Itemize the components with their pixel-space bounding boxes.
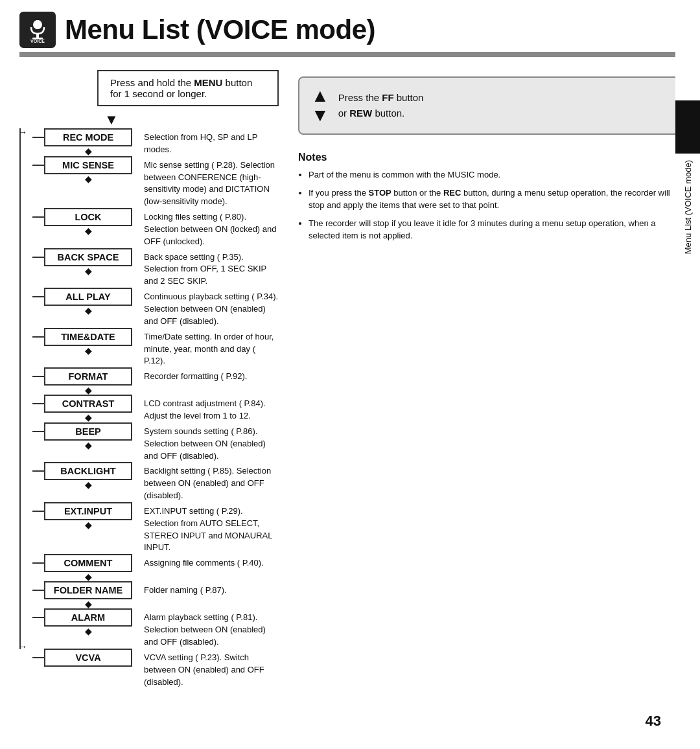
right-sidebar: Menu List (VOICE mode)	[675, 0, 700, 749]
menu-item-row: TIME&DATE◆Time/Date setting. In order of…	[32, 328, 279, 368]
menu-item-desc: Folder naming ( P.87).	[136, 581, 279, 597]
menu-item-row: COMMENT◆Assigning file comments ( P.40).	[32, 554, 279, 581]
menu-item-row: BACKLIGHT◆Backlight setting ( P.85). Sel…	[32, 462, 279, 502]
menu-item-row: FOLDER NAME◆Folder naming ( P.87).	[32, 581, 279, 608]
note-item: If you press the STOP button or the REC …	[309, 187, 681, 212]
menu-item-desc: VCVA setting ( P.23). Switch between ON …	[136, 649, 279, 689]
menu-item-desc: Mic sense setting ( P.28). Selection bet…	[136, 156, 279, 208]
voice-icon: VOICE	[19, 12, 56, 48]
instruction-text-before: Press and hold the	[110, 77, 194, 88]
connector-line	[32, 376, 44, 377]
connector-line	[32, 431, 44, 432]
svg-rect-1	[35, 20, 40, 29]
menu-box: FORMAT	[44, 367, 132, 386]
connector-line	[32, 657, 44, 658]
menu-item-arrow: ◆	[44, 146, 132, 156]
menu-item-arrow: ◆	[44, 346, 132, 355]
menu-box-col: COMMENT◆	[32, 554, 136, 581]
right-column: ▲ ▼ Press the FF buttonor REW button. No…	[279, 70, 681, 688]
menu-item-arrow: ◆	[44, 226, 132, 235]
menu-item-row: FORMAT◆Recorder formatting ( P.92).	[32, 367, 279, 395]
menu-box: ALL PLAY	[44, 288, 132, 306]
menu-item-desc: Back space setting ( P.35). Selection fr…	[136, 248, 279, 288]
menu-box-col: EXT.INPUT◆	[32, 502, 136, 529]
menu-item-desc: Locking files setting ( P.80). Selection…	[136, 208, 279, 248]
menu-box-col: TIME&DATE◆	[32, 328, 136, 355]
top-arrow-marker: →	[18, 127, 27, 137]
menu-item-arrow: ◆	[44, 306, 132, 315]
menu-item-desc: Alarm playback setting ( P.81). Selectio…	[136, 608, 279, 649]
menu-box-col: ALL PLAY◆	[32, 288, 136, 315]
menu-item-row: ALARM◆Alarm playback setting ( P.81). Se…	[32, 608, 279, 649]
connector-line	[32, 403, 44, 404]
page-title: Menu List (VOICE mode)	[65, 14, 375, 45]
menu-item-row: REC MODE◆Selection from HQ, SP and LP mo…	[32, 128, 279, 156]
notes-title: Notes	[298, 152, 681, 163]
menu-box: BACKLIGHT	[44, 462, 132, 480]
instruction-bold: MENU	[194, 77, 222, 88]
menu-box-col: MIC SENSE◆	[32, 156, 136, 183]
menu-box: VCVA	[44, 649, 132, 667]
page-number: 43	[646, 713, 661, 730]
arrow-down-initial: ▼	[58, 113, 165, 127]
menu-item-row: LOCK◆Locking files setting ( P.80). Sele…	[32, 208, 279, 248]
header: VOICE Menu List (VOICE mode)	[0, 0, 700, 48]
menu-item-desc: EXT.INPUT setting ( P.29). Selection fro…	[136, 502, 279, 554]
menu-item-desc: LCD contrast adjustment ( P.84). Adjust …	[136, 395, 279, 422]
menu-box: COMMENT	[44, 554, 132, 572]
menu-box: BACK SPACE	[44, 248, 132, 266]
vertical-line	[19, 128, 21, 649]
menu-item-row: MIC SENSE◆Mic sense setting ( P.28). Sel…	[32, 156, 279, 208]
connector-line	[32, 590, 44, 591]
menu-item-desc: System sounds setting ( P.86). Selection…	[136, 422, 279, 463]
connector-line	[32, 511, 44, 512]
connector-line	[32, 137, 44, 138]
menu-box: LOCK	[44, 208, 132, 226]
menu-item-arrow: ◆	[44, 413, 132, 422]
menu-box-col: VCVA	[32, 649, 136, 667]
ffrew-arrows-icon: ▲ ▼	[311, 87, 329, 124]
menu-item-row: EXT.INPUT◆EXT.INPUT setting ( P.29). Sel…	[32, 502, 279, 554]
sidebar-rotated-text: Menu List (VOICE mode)	[683, 160, 693, 254]
notes-section: Notes Part of the menu is common with th…	[298, 152, 681, 248]
menu-item-row: BEEP◆System sounds setting ( P.86). Sele…	[32, 422, 279, 463]
connector-line	[32, 216, 44, 218]
menu-box-col: FOLDER NAME◆	[32, 581, 136, 608]
notes-list: Part of the menu is common with the MUSI…	[298, 168, 681, 242]
menu-box: ALARM	[44, 608, 132, 627]
ffrew-box: ▲ ▼ Press the FF buttonor REW button.	[298, 76, 681, 135]
menu-item-desc: Selection from HQ, SP and LP modes.	[136, 128, 279, 156]
connector-line	[32, 617, 44, 618]
main-content: Press and hold the MENU button for 1 sec…	[0, 57, 700, 701]
note-item: The recorder will stop if you leave it i…	[309, 217, 681, 242]
menu-box-col: CONTRAST◆	[32, 395, 136, 422]
menu-item-arrow: ◆	[44, 266, 132, 275]
menu-box-col: FORMAT◆	[32, 367, 136, 395]
ffrew-text: Press the FF buttonor REW button.	[338, 90, 424, 121]
menu-item-row: ALL PLAY◆Continuous playback setting ( P…	[32, 288, 279, 328]
menu-item-arrow: ◆	[44, 386, 132, 395]
menu-item-arrow: ◆	[44, 174, 132, 183]
menu-box-col: BACKLIGHT◆	[32, 462, 136, 489]
menu-box-col: LOCK◆	[32, 208, 136, 235]
menu-box: TIME&DATE	[44, 328, 132, 346]
menu-box-col: BACK SPACE◆	[32, 248, 136, 275]
connector-line	[32, 336, 44, 338]
page-container: VOICE Menu List (VOICE mode) Press and h…	[0, 0, 700, 749]
menu-item-desc: Continuous playback setting ( P.34). Sel…	[136, 288, 279, 328]
connector-line	[32, 562, 44, 564]
menu-box-col: BEEP◆	[32, 422, 136, 450]
menu-item-arrow: ◆	[44, 520, 132, 529]
bottom-arrow-marker: →	[18, 641, 27, 652]
menu-box: REC MODE	[44, 128, 132, 146]
menu-items-container: REC MODE◆Selection from HQ, SP and LP mo…	[32, 128, 279, 688]
menu-box: EXT.INPUT	[44, 502, 132, 520]
down-arrow-icon: ▼	[311, 106, 329, 124]
connector-line	[32, 296, 44, 297]
menu-item-desc: Time/Date setting. In order of hour, min…	[136, 328, 279, 368]
menu-item-row: CONTRAST◆LCD contrast adjustment ( P.84)…	[32, 395, 279, 422]
connector-line	[32, 470, 44, 472]
menu-item-arrow: ◆	[44, 627, 132, 636]
menu-item-arrow: ◆	[44, 572, 132, 581]
menu-column: Press and hold the MENU button for 1 sec…	[19, 70, 279, 688]
